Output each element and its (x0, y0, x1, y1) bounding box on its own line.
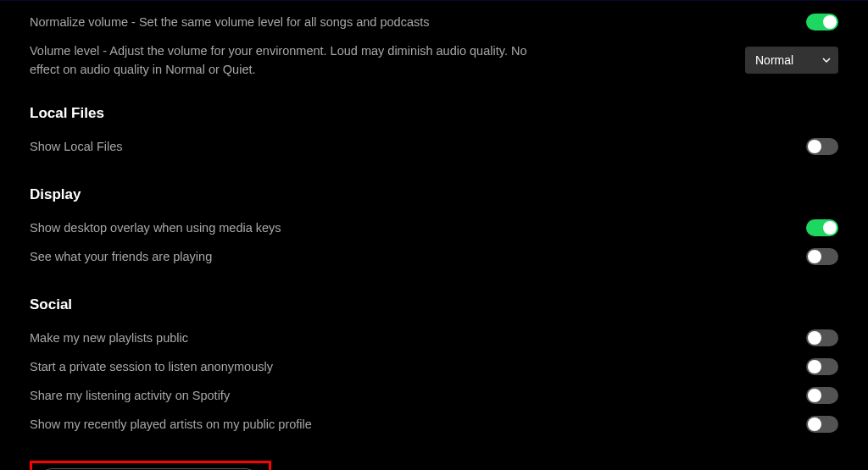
recent-artists-toggle[interactable] (806, 416, 838, 433)
desktop-overlay-toggle[interactable] (806, 219, 838, 236)
normalize-volume-label: Normalize volume - Set the same volume l… (30, 13, 429, 31)
friend-activity-toggle[interactable] (806, 248, 838, 265)
public-playlists-label: Make my new playlists public (30, 329, 188, 347)
show-local-files-label: Show Local Files (30, 137, 123, 156)
setting-share-activity: Share my listening activity on Spotify (30, 381, 838, 410)
volume-level-value: Normal (755, 53, 793, 67)
setting-friend-activity: See what your friends are playing (30, 242, 838, 271)
volume-level-label: Volume level - Adjust the volume for you… (30, 41, 555, 80)
section-heading-local-files: Local Files (30, 105, 838, 122)
settings-scroll[interactable]: Normalize volume - Set the same volume l… (0, 0, 868, 470)
desktop-overlay-label: Show desktop overlay when using media ke… (30, 218, 281, 237)
toggle-knob (808, 250, 821, 263)
toggle-knob (823, 15, 837, 29)
setting-public-playlists: Make my new playlists public (30, 323, 838, 352)
section-heading-display: Display (30, 186, 838, 203)
setting-desktop-overlay: Show desktop overlay when using media ke… (30, 213, 838, 242)
toggle-knob (808, 389, 821, 402)
public-playlists-toggle[interactable] (806, 329, 838, 346)
toggle-knob (823, 221, 837, 235)
setting-recent-artists: Show my recently played artists on my pu… (30, 410, 838, 439)
normalize-volume-toggle[interactable] (806, 14, 838, 30)
private-session-toggle[interactable] (806, 358, 838, 375)
toggle-knob (808, 360, 821, 373)
setting-normalize-volume: Normalize volume - Set the same volume l… (30, 8, 838, 36)
share-activity-toggle[interactable] (806, 387, 838, 404)
chevron-down-icon (821, 55, 832, 65)
setting-volume-level: Volume level - Adjust the volume for you… (30, 41, 838, 80)
show-local-files-toggle[interactable] (806, 138, 838, 155)
toggle-knob (808, 140, 821, 153)
setting-show-local-files: Show Local Files (30, 132, 838, 161)
private-session-label: Start a private session to listen anonym… (30, 357, 273, 376)
share-activity-label: Share my listening activity on Spotify (30, 386, 230, 405)
section-heading-social: Social (30, 296, 838, 313)
setting-private-session: Start a private session to listen anonym… (30, 352, 838, 381)
toggle-knob (808, 331, 821, 345)
recent-artists-label: Show my recently played artists on my pu… (30, 415, 312, 434)
volume-level-select[interactable]: Normal (745, 47, 838, 74)
advanced-settings-highlight: SHOW ADVANCED SETTINGS (30, 461, 271, 470)
friend-activity-label: See what your friends are playing (30, 247, 212, 266)
toggle-knob (808, 417, 821, 431)
